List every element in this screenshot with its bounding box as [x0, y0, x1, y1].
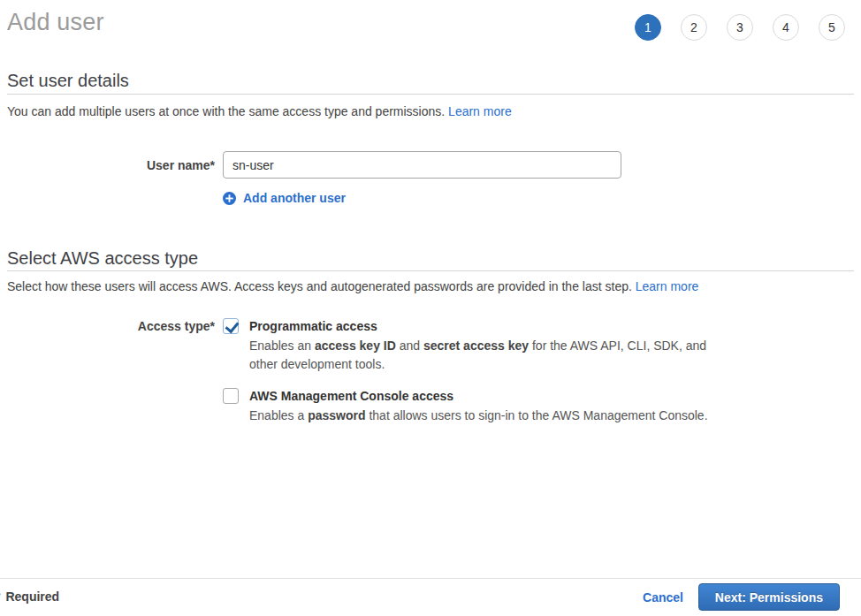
learn-more-link-access-type[interactable]: Learn more [636, 279, 699, 293]
cancel-button[interactable]: Cancel [643, 590, 683, 605]
access-type-description: Select how these users will access AWS. … [7, 279, 698, 294]
section-heading-access-type: Select AWS access type [7, 248, 198, 269]
progress-steps: 12345 [635, 14, 845, 41]
next-permissions-button[interactable]: Next: Permissions [698, 583, 840, 611]
user-details-description: You can add multiple users at once with … [7, 104, 512, 119]
user-details-description-text: You can add multiple users at once with … [7, 104, 445, 118]
step-indicator-4: 4 [773, 14, 799, 41]
step-indicator-5: 5 [819, 14, 845, 41]
option-checkbox[interactable] [223, 388, 239, 404]
option-description: Enables an access key ID and secret acce… [249, 337, 716, 374]
access-type-option: AWS Management Console access Enables a … [223, 387, 716, 425]
step-indicator-1: 1 [635, 14, 661, 41]
access-type-label: Access type* [7, 319, 215, 333]
user-name-input[interactable] [223, 151, 621, 179]
option-body: Programmatic access Enables an access ke… [249, 317, 716, 374]
required-label: Required [5, 589, 59, 604]
section-heading-user-details: Set user details [7, 71, 129, 91]
access-type-description-text: Select how these users will access AWS. … [7, 279, 632, 293]
option-description: Enables a password that allows users to … [249, 407, 708, 425]
plus-circle-icon [223, 192, 236, 205]
learn-more-link-user-details[interactable]: Learn more [448, 104, 512, 118]
page-title: Add user [7, 9, 104, 36]
divider [7, 270, 854, 271]
access-type-option: Programmatic access Enables an access ke… [223, 317, 716, 374]
footer-divider [0, 578, 861, 579]
user-name-label: User name* [7, 158, 215, 172]
divider [7, 94, 854, 95]
option-title[interactable]: Programmatic access [249, 317, 716, 335]
option-checkbox[interactable] [223, 318, 239, 334]
option-title[interactable]: AWS Management Console access [249, 387, 708, 405]
option-body: AWS Management Console access Enables a … [249, 387, 708, 425]
access-type-options: Programmatic access Enables an access ke… [223, 317, 716, 438]
add-another-user-link[interactable]: Add another user [243, 191, 346, 205]
add-another-user-row[interactable]: Add another user [223, 191, 346, 205]
required-note: * Required [0, 589, 59, 604]
step-indicator-3: 3 [727, 14, 753, 41]
step-indicator-2: 2 [681, 14, 707, 41]
